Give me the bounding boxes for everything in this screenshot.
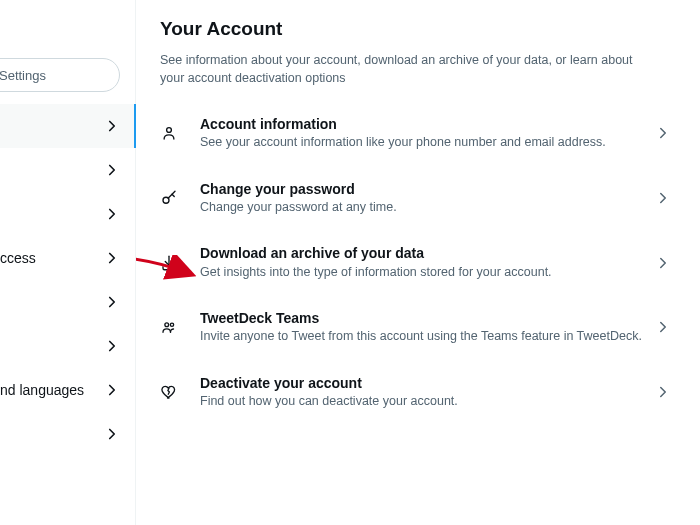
search-placeholder: Settings <box>0 68 46 83</box>
row-account-information[interactable]: Account information See your account inf… <box>160 101 676 166</box>
settings-sidebar: Settings ccess <box>0 0 136 525</box>
sidebar-item[interactable] <box>0 280 135 324</box>
chevron-right-icon <box>654 124 672 142</box>
row-text: Download an archive of your data Get ins… <box>200 244 654 281</box>
row-text: Account information See your account inf… <box>200 115 654 152</box>
row-title: Download an archive of your data <box>200 244 654 262</box>
row-title: TweetDeck Teams <box>200 309 654 327</box>
row-text: Change your password Change your passwor… <box>200 180 654 217</box>
page-title: Your Account <box>160 18 676 40</box>
svg-point-3 <box>170 324 173 327</box>
chevron-right-icon <box>103 425 121 443</box>
search-input[interactable]: Settings <box>0 58 120 92</box>
chevron-right-icon <box>103 337 121 355</box>
sidebar-item[interactable] <box>0 192 135 236</box>
chevron-right-icon <box>654 318 672 336</box>
row-desc: Change your password at any time. <box>200 199 654 217</box>
chevron-right-icon <box>103 205 121 223</box>
row-title: Deactivate your account <box>200 374 654 392</box>
chevron-right-icon <box>654 189 672 207</box>
chevron-right-icon <box>654 383 672 401</box>
row-desc: Invite anyone to Tweet from this account… <box>200 328 654 346</box>
row-title: Account information <box>200 115 654 133</box>
teams-icon <box>160 318 200 336</box>
chevron-right-icon <box>103 381 121 399</box>
main-panel: Your Account See information about your … <box>136 0 700 525</box>
row-text: Deactivate your account Find out how you… <box>200 374 654 411</box>
sidebar-item-access[interactable]: ccess <box>0 236 135 280</box>
heart-break-icon <box>160 383 200 401</box>
row-tweetdeck-teams[interactable]: TweetDeck Teams Invite anyone to Tweet f… <box>160 295 676 360</box>
sidebar-item-your-account[interactable] <box>0 104 135 148</box>
chevron-right-icon <box>103 117 121 135</box>
row-desc: Find out how you can deactivate your acc… <box>200 393 654 411</box>
sidebar-item-label: nd languages <box>0 382 84 398</box>
row-title: Change your password <box>200 180 654 198</box>
svg-point-2 <box>165 323 169 327</box>
chevron-right-icon <box>103 249 121 267</box>
sidebar-item-label: ccess <box>0 250 36 266</box>
chevron-right-icon <box>103 161 121 179</box>
download-icon <box>160 254 200 272</box>
sidebar-item-languages[interactable]: nd languages <box>0 368 135 412</box>
page-description: See information about your account, down… <box>160 52 660 87</box>
person-icon <box>160 124 200 142</box>
row-desc: Get insights into the type of informatio… <box>200 264 654 282</box>
sidebar-item[interactable] <box>0 148 135 192</box>
row-desc: See your account information like your p… <box>200 134 654 152</box>
sidebar-item[interactable] <box>0 324 135 368</box>
row-deactivate-account[interactable]: Deactivate your account Find out how you… <box>160 360 676 425</box>
row-text: TweetDeck Teams Invite anyone to Tweet f… <box>200 309 654 346</box>
app-root: Settings ccess <box>0 0 700 525</box>
svg-point-0 <box>167 128 172 133</box>
row-change-password[interactable]: Change your password Change your passwor… <box>160 166 676 231</box>
key-icon <box>160 189 200 207</box>
chevron-right-icon <box>103 293 121 311</box>
chevron-right-icon <box>654 254 672 272</box>
sidebar-item[interactable] <box>0 412 135 456</box>
row-download-archive[interactable]: Download an archive of your data Get ins… <box>160 230 676 295</box>
